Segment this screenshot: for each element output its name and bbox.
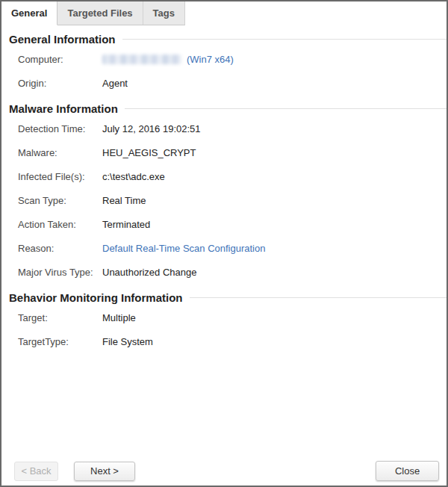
tab-general[interactable]: General [1,1,57,25]
field-label: Origin: [18,78,102,89]
section-title: Behavior Monitoring Information [9,291,183,304]
field-value: Real Time [102,195,146,206]
row-origin: Origin: Agent [18,71,447,95]
field-label: Reason: [18,243,102,254]
section-behavior-monitoring: Behavior Monitoring Information [9,291,447,304]
row-target: Target: Multiple [18,305,447,329]
field-value: Unauthorized Change [102,267,196,278]
field-label: Computer: [18,54,102,65]
section-divider [122,39,447,40]
field-label: Scan Type: [18,195,102,206]
field-value: Multiple [102,312,136,323]
computer-os-link[interactable]: (Win7 x64) [187,54,234,65]
back-button[interactable]: < Back [14,462,58,481]
field-label: Detection Time: [18,123,102,134]
redacted-computer-name [102,55,181,64]
section-general-information: General Information [9,33,447,46]
field-value: Agent [102,78,128,89]
field-value: July 12, 2016 19:02:51 [102,123,201,134]
row-computer: Computer: (Win7 x64) [18,47,447,71]
row-action-taken: Action Taken: Terminated [18,212,447,236]
section-malware-information: Malware Information [9,102,447,115]
field-label: Action Taken: [18,219,102,230]
close-button[interactable]: Close [376,461,439,481]
next-button[interactable]: Next > [74,462,135,481]
field-value: Terminated [102,219,150,230]
tab-bar: General Targeted Files Tags [1,1,447,25]
row-major-virus-type: Major Virus Type: Unauthorized Change [18,260,447,284]
field-value: c:\test\adc.exe [102,171,165,182]
row-infected-files: Infected File(s): c:\test\adc.exe [18,164,447,188]
field-value: File System [102,336,153,347]
section-divider [125,108,447,109]
section-title: General Information [9,33,116,46]
field-value: HEU_AEGIS_CRYPT [102,147,196,158]
field-label: Major Virus Type: [18,267,102,278]
row-reason: Reason: Default Real-Time Scan Configura… [18,236,447,260]
dialog-footer: < Back Next > Close [1,461,447,486]
field-label: Target: [18,312,102,323]
tab-panel-general: General Information Computer: (Win7 x64)… [1,25,447,461]
row-target-type: TargetType: File System [18,329,447,353]
field-label: TargetType: [18,336,102,347]
section-title: Malware Information [9,102,118,115]
reason-configuration-link[interactable]: Default Real-Time Scan Configuration [102,243,265,254]
field-label: Infected File(s): [18,171,102,182]
tab-targeted-files[interactable]: Targeted Files [57,1,143,25]
section-divider [190,297,447,298]
row-scan-type: Scan Type: Real Time [18,188,447,212]
tab-tags[interactable]: Tags [143,1,185,25]
row-detection-time: Detection Time: July 12, 2016 19:02:51 [18,117,447,140]
row-malware: Malware: HEU_AEGIS_CRYPT [18,140,447,164]
field-label: Malware: [18,147,102,158]
malware-detail-dialog: General Targeted Files Tags General Info… [0,0,448,487]
